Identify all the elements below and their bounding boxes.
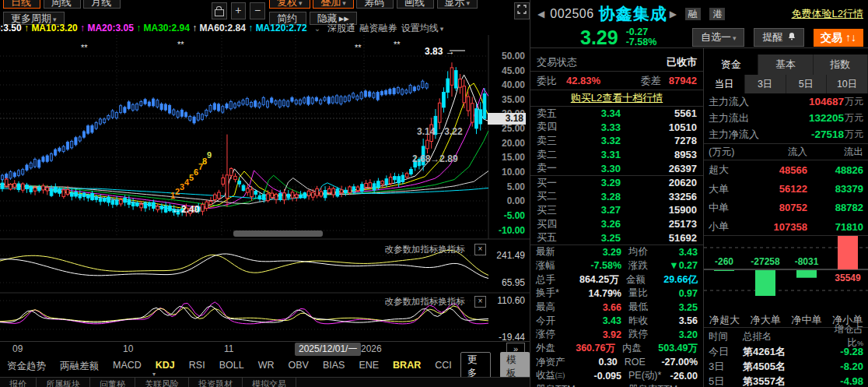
trade-status: 已收市 [667,55,697,69]
bottom-tab-row: 报价 所属板块 问董秘 关联风险 投资题材 模拟交易 [0,377,530,387]
period-tab[interactable]: 周线 [44,0,81,9]
ranking-table: 时间 总排名 增仓占比% 今日第4261名-9.28 3日第4505名-8.20… [704,329,868,387]
last-price: 3.29 [580,26,618,49]
watchlist-button[interactable]: 自选一▾ [692,28,745,47]
indicator-tab[interactable]: 两融差额 [53,360,106,373]
bottom-tab[interactable]: 关联风险 [135,378,189,387]
bottom-tab[interactable]: 投资题材 [189,378,243,387]
chart-scrollbar-thumb[interactable] [233,230,323,237]
bar-label: 净大单 [745,313,786,327]
alert-button[interactable]: 提醒 [754,28,804,47]
zoom-in-button[interactable]: + [231,2,247,19]
candlestick-chart[interactable]: 50.00 45.00 40.00 35.00 30.00 25.00 20.0… [0,35,530,341]
close-icon[interactable]: × [474,296,486,308]
subchart2-controls: 改参数加指标换指标 × [385,296,487,308]
zoom-out-button[interactable]: − [250,2,265,19]
collapse-ma-icon[interactable]: ⌄ [314,24,320,33]
quote-panel: 交易状态 已收市 委比 42.83% 委差 87942 购买L2查看十档行情 卖… [530,48,704,387]
indicator-tab[interactable]: WR [251,360,282,373]
funds-period-tab[interactable]: 当日 [704,75,745,93]
bid-level-row[interactable]: 买三3.2715900 [530,203,703,217]
event-marker: ** [355,43,362,52]
chart-annotation: 2.68→2.89 [412,153,458,164]
ask-level-row[interactable]: 卖四3.3310510 [530,121,703,135]
stat-row: 涨停3.92 跌停3.20 [530,328,703,342]
ma-bar-link[interactable]: 深股通 [327,23,357,33]
x-axis-tick: 2025/12/01/一 [295,343,361,356]
funds-period-tab[interactable]: 10日 [827,75,868,93]
trade-button[interactable]: 交易 ↑↓ [814,29,863,47]
l2-purchase-link[interactable]: 购买L2查看十档行情 [571,91,663,105]
subchart-button[interactable]: 加指标 [411,245,439,254]
ranking-row: 3日第4505名-8.20 [704,359,868,374]
event-marker: ** [394,40,401,49]
indicator-tab[interactable]: OBV [281,360,315,373]
bid-level-row[interactable]: 买二3.2833256 [530,190,703,204]
ma-bar-link[interactable]: 设置均线▾ [401,23,444,33]
indicator-tab[interactable]: BIAS [316,360,352,373]
y-axis-tick: 5.00 [488,181,525,192]
flow-table-row: 大单5612283379 [704,179,868,198]
prev-stock-icon[interactable]: ◀ [535,9,547,19]
bid-level-row[interactable]: 买四3.2625173 [530,217,703,231]
toolbar-button[interactable]: 筹码 [356,0,394,9]
indicator-tab[interactable]: CCI [428,360,459,373]
lock-icon[interactable] [212,2,227,19]
indicator-tab[interactable]: 资金趋势 [0,360,53,373]
period-tab[interactable]: 日线 [3,0,40,9]
ask-level-row[interactable]: 卖一3.3026397 [530,161,703,175]
stock-badge[interactable]: 港 [709,8,725,20]
indicator-tab[interactable]: RSI [182,360,212,373]
bottom-tab[interactable]: 所属板块 [37,378,90,387]
indicator-tab[interactable]: BOLL [212,360,251,373]
indicator-tab[interactable]: MACD [106,360,149,373]
indicator-tab[interactable]: ENE [352,360,386,373]
toolbar-button[interactable]: 复权▾ [269,0,310,9]
subchart-button[interactable]: 加指标 [411,297,439,306]
stock-badge[interactable]: 融 [685,8,701,20]
bottom-tab[interactable]: 报价 [0,378,37,387]
toolbar-button[interactable]: 画线 [397,0,434,9]
td-sequence-digit: 9 [207,150,212,160]
weicha-value: 87942 [669,75,697,86]
ask-level-row[interactable]: 卖五3.345561 [530,107,703,121]
y-axis-tick: -5.00 [488,210,525,221]
bid-level-row[interactable]: 买一3.2920620 [530,176,703,190]
ask-level-row[interactable]: 卖二3.318953 [530,148,703,162]
x-axis-tick: 11 [224,343,233,354]
subchart2-value: 110.60 [488,295,525,306]
fullscreen-icon[interactable] [514,2,530,19]
stats-grid: 最新3.29 均价3.43 涨幅-7.58% 涨跌▼0.27 总手864.25万… [530,245,703,387]
indicator-tab[interactable]: BRAR [386,360,428,373]
funds-tab[interactable]: 指数 [814,55,868,75]
next-stock-icon[interactable]: ▶ [667,9,679,19]
subchart-button[interactable]: 改参数 [385,245,412,254]
chart-toolbar: 日线 周线 月线 更多周期▾ + − 复权▾ 叠加▾ 筹码 画线 显示▾ 简约 … [0,0,530,21]
funds-tab[interactable]: 基本 [758,55,813,75]
bottom-tab[interactable]: 模拟交易 [243,378,296,387]
bid-level-row[interactable]: 买五3.2551692 [530,230,703,245]
subchart-button[interactable]: 换指标 [439,297,466,306]
ma-value: ↑ MA30:2.94 [136,23,190,33]
funds-tab[interactable]: 资金 [704,55,758,75]
ma-bar-link[interactable]: 融资融券 [359,23,398,33]
ranking-row: 今日第4261名-9.28 [704,344,868,359]
bottom-tab[interactable]: 问董秘 [90,378,135,387]
ask-level-row[interactable]: 卖三3.327278 [530,134,703,148]
l2-trial-link[interactable]: 免费体验L2行情 [792,7,863,21]
stock-name: 协鑫集成 [599,3,667,25]
period-tab[interactable]: 月线 [83,0,121,9]
flow-table-row: 小单10735871810 [704,217,868,236]
ranking-row: 5日第3557名-4.98 [704,374,868,387]
subchart-button[interactable]: 改参数 [385,297,412,306]
funds-period-tab[interactable]: 3日 [745,75,786,93]
toolbar-button[interactable]: 显示▾ [437,0,478,9]
svg-text:-27258: -27258 [751,256,780,267]
flow-table-row: 中单8075288782 [704,199,868,217]
y-axis-tick: 50.00 [488,51,525,62]
toolbar-button[interactable]: 叠加▾ [313,0,354,9]
subchart-button[interactable]: 换指标 [439,245,466,254]
svg-text:-260: -260 [715,256,733,267]
funds-period-tab[interactable]: 5日 [786,75,828,93]
close-icon[interactable]: × [474,244,486,255]
